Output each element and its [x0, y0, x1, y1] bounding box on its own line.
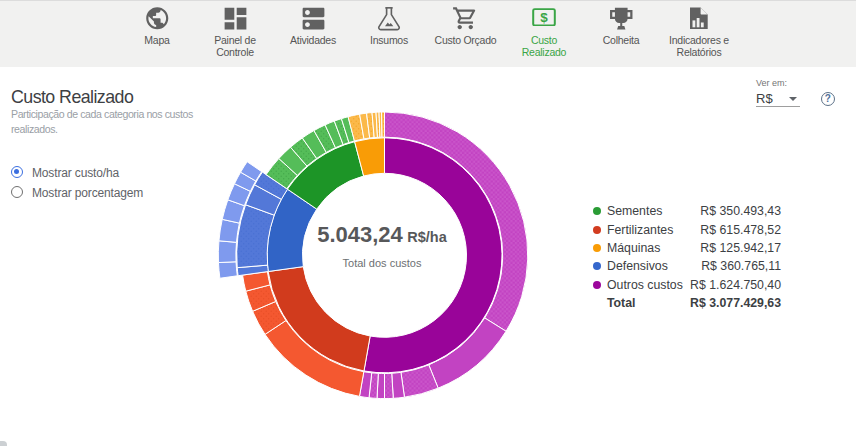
svg-text:$: $ — [540, 10, 548, 24]
